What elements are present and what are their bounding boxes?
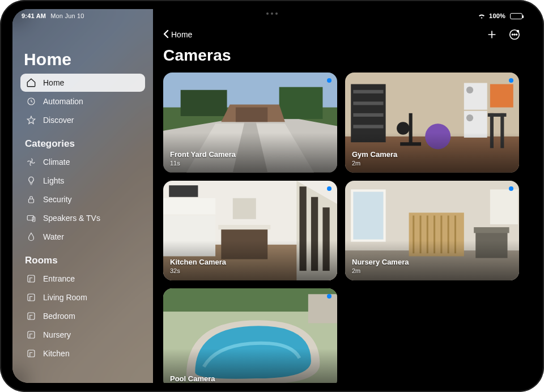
svg-rect-9: [28, 350, 35, 357]
camera-time: 2m: [352, 267, 360, 274]
screen: 9:41 AM Mon Jun 10 100% Home Home: [12, 9, 532, 383]
room-icon: [26, 274, 36, 284]
topbar: Home: [163, 26, 521, 43]
bulb-icon: [26, 176, 36, 186]
sidebar-item-entrance[interactable]: Entrance: [20, 270, 145, 288]
svg-point-14: [517, 30, 520, 33]
back-button[interactable]: Home: [163, 29, 192, 40]
room-icon: [26, 330, 36, 340]
status-date: Mon Jun 10: [50, 12, 84, 19]
chevron-left-icon: [163, 29, 169, 40]
camera-card-nursery[interactable]: Nursery Camera 2m: [345, 181, 519, 281]
camera-time: 11s: [170, 160, 180, 167]
main-content: Home Cameras: [153, 9, 532, 383]
sidebar-item-lights[interactable]: Lights: [20, 172, 145, 190]
svg-rect-6: [28, 294, 35, 301]
sidebar-item-water[interactable]: Water: [20, 228, 145, 246]
camera-name: Nursery Camera: [352, 258, 409, 266]
sidebar-item-living-room[interactable]: Living Room: [20, 288, 145, 306]
sidebar-item-automation[interactable]: Automation: [20, 92, 145, 110]
sidebar-item-label: Climate: [43, 157, 70, 167]
sidebar-item-security[interactable]: Security: [20, 190, 145, 208]
sidebar-item-label: Living Room: [43, 293, 87, 302]
room-icon: [26, 292, 36, 302]
back-label: Home: [171, 30, 192, 39]
ipad-frame: 9:41 AM Mon Jun 10 100% Home Home: [0, 0, 544, 392]
camera-name: Kitchen Camera: [170, 258, 226, 266]
lock-icon: [26, 194, 36, 204]
camera-card-front-yard[interactable]: Front Yard Camera 11s: [163, 73, 337, 173]
svg-rect-5: [28, 275, 35, 282]
sidebar-item-label: Automation: [43, 97, 83, 106]
svg-point-13: [516, 34, 517, 35]
svg-rect-2: [29, 199, 34, 203]
camera-time: 2m: [352, 160, 360, 167]
svg-point-12: [514, 34, 515, 35]
camera-card-kitchen[interactable]: Kitchen Camera 32s: [163, 181, 337, 281]
sidebar-item-label: Lights: [43, 176, 64, 185]
sidebar-item-label: Entrance: [43, 274, 75, 283]
sidebar-item-bedroom[interactable]: Bedroom: [20, 307, 145, 325]
sidebar-section-categories: Categories: [25, 138, 141, 150]
camera-name: Gym Camera: [352, 150, 397, 159]
sidebar-section-rooms: Rooms: [25, 255, 141, 266]
sidebar-item-discover[interactable]: Discover: [20, 111, 145, 129]
camera-grid: Front Yard Camera 11s: [163, 73, 521, 383]
sidebar-item-label: Kitchen: [43, 349, 70, 358]
camera-name: Front Yard Camera: [170, 150, 236, 159]
battery-percentage: 100%: [489, 12, 505, 19]
camera-card-pool[interactable]: Pool Camera: [163, 288, 337, 383]
fan-icon: [26, 157, 36, 167]
more-button[interactable]: [508, 28, 521, 41]
sidebar-item-nursery[interactable]: Nursery: [20, 326, 145, 344]
wifi-icon: [478, 13, 486, 19]
sidebar-item-climate[interactable]: Climate: [20, 153, 145, 171]
sidebar: Home Home Automation Discover Categorie: [12, 9, 153, 383]
sidebar-item-kitchen[interactable]: Kitchen: [20, 344, 145, 363]
battery-icon: [509, 13, 522, 19]
live-dot-icon: [509, 186, 513, 191]
camera-time: 32s: [170, 267, 180, 274]
room-icon: [26, 311, 36, 321]
live-dot-icon: [327, 294, 332, 299]
sidebar-item-home[interactable]: Home: [20, 74, 145, 92]
plus-icon: [486, 29, 498, 40]
status-time: 9:41 AM: [22, 12, 46, 19]
home-icon: [26, 78, 36, 88]
camera-name: Pool Camera: [170, 374, 215, 383]
sidebar-item-label: Discover: [43, 116, 74, 125]
sidebar-item-speakers-tvs[interactable]: Speakers & TVs: [20, 209, 145, 227]
camera-card-gym[interactable]: Gym Camera 2m: [345, 73, 519, 173]
sidebar-item-label: Speakers & TVs: [43, 214, 100, 223]
automation-icon: [26, 96, 36, 106]
live-dot-icon: [327, 78, 332, 83]
room-icon: [26, 348, 36, 359]
sidebar-item-label: Bedroom: [43, 312, 75, 321]
sidebar-item-label: Water: [43, 232, 64, 241]
drop-icon: [26, 232, 36, 242]
svg-rect-8: [28, 331, 35, 338]
live-dot-icon: [509, 78, 513, 83]
sidebar-item-label: Security: [43, 195, 72, 204]
tv-icon: [26, 213, 36, 223]
svg-rect-7: [28, 313, 35, 319]
live-dot-icon: [327, 186, 332, 191]
svg-point-1: [31, 161, 32, 163]
add-button[interactable]: [485, 28, 499, 41]
more-circle-icon: [508, 28, 521, 41]
star-icon: [26, 115, 36, 125]
svg-point-11: [512, 34, 513, 35]
status-bar: 9:41 AM Mon Jun 10 100%: [12, 9, 532, 23]
app-title: Home: [24, 50, 142, 69]
sidebar-item-label: Nursery: [43, 330, 71, 339]
sidebar-item-label: Home: [43, 78, 64, 87]
page-title: Cameras: [163, 46, 521, 65]
